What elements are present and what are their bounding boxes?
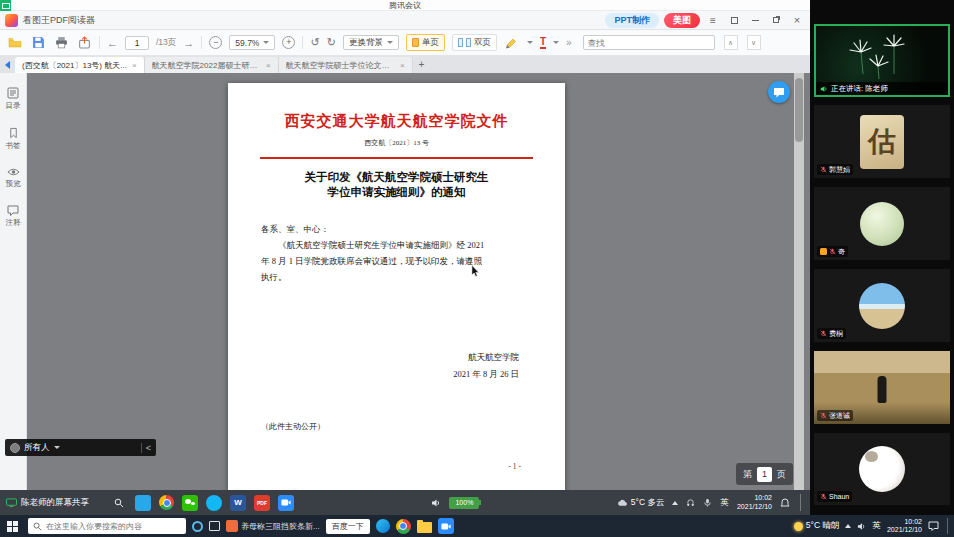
taskbar-search-icon[interactable] [111, 495, 127, 511]
sidebar-item-annotation[interactable]: 注释 [6, 205, 21, 228]
sidebar-item-preview[interactable]: 预览 [6, 167, 21, 189]
meeting-app-icon[interactable] [278, 495, 294, 511]
action-center-icon[interactable] [928, 521, 939, 531]
participant-tile[interactable]: 费桐 [814, 269, 950, 342]
speaker-icon[interactable] [857, 522, 866, 531]
sidebar-item-toc[interactable]: 目录 [6, 87, 21, 111]
document-number: 西交航〔2021〕13 号 [228, 138, 565, 148]
zoom-level-select[interactable]: 59.7% [229, 35, 275, 50]
zoom-out-button[interactable]: − [209, 36, 222, 49]
meitu-button[interactable]: 美图 [664, 13, 700, 28]
windows-search-box[interactable] [28, 518, 186, 534]
participant-tile[interactable]: 奇 [814, 187, 950, 260]
close-icon[interactable]: × [789, 12, 805, 28]
hand-raised-icon [820, 248, 827, 255]
headset-icon[interactable] [686, 498, 695, 507]
chevron-down-icon[interactable] [527, 41, 533, 44]
tab-document-1[interactable]: (西交航〔2021〕13号) 航天... × [15, 57, 145, 73]
new-tab-button[interactable]: + [419, 59, 425, 70]
collapse-bar-button[interactable]: < [146, 443, 151, 453]
ime-indicator[interactable]: 英 [720, 497, 729, 509]
change-background-button[interactable]: 更换背景 [343, 35, 399, 50]
show-desktop-button[interactable] [800, 494, 804, 512]
tray-expand-icon[interactable] [845, 524, 851, 528]
chevron-down-icon[interactable] [54, 446, 60, 449]
cortana-icon[interactable] [192, 521, 203, 532]
clock[interactable]: 10:02 2021/12/10 [737, 494, 772, 511]
document-body: 各系、室、中心： 《航天航空学院硕士研究生学位申请实施细则》经 2021 年 8… [228, 221, 565, 285]
participant-tile-speaking[interactable]: 正在讲话: 陈老师 [814, 24, 950, 97]
open-file-icon[interactable] [7, 35, 23, 51]
danmaku-audience-bar[interactable]: 所有人 < [5, 439, 156, 456]
print-icon[interactable] [53, 35, 69, 51]
participant-tile[interactable]: 估 郭慧娟 [814, 105, 950, 178]
browser-app-icon[interactable] [376, 519, 390, 533]
chrome-app-icon[interactable] [159, 495, 174, 510]
zoom-in-button[interactable]: + [282, 36, 295, 49]
qq-app-icon[interactable] [206, 495, 222, 511]
scrollbar-thumb[interactable] [795, 78, 803, 142]
single-page-button[interactable]: 单页 [406, 34, 445, 51]
speaker-icon[interactable] [431, 498, 441, 508]
tab-close-icon[interactable]: × [132, 61, 137, 70]
meeting-window-title: 腾讯会议 [389, 0, 421, 11]
page-number-input[interactable] [125, 36, 149, 50]
feedback-button[interactable] [768, 81, 790, 103]
start-button[interactable] [7, 521, 18, 532]
tab-document-3[interactable]: 航天航空学院硕士学位论文起草格... × [279, 57, 413, 73]
show-desktop-button[interactable] [947, 518, 951, 533]
ime-indicator[interactable]: 英 [872, 520, 881, 532]
next-page-button[interactable]: → [183, 37, 194, 49]
screen-share-status[interactable]: 陈老师的屏幕共享 [6, 497, 89, 509]
word-app-icon[interactable]: W [230, 495, 246, 511]
sidebar-item-bookmark[interactable]: 书签 [6, 127, 21, 151]
baidu-search-button[interactable]: 百度一下 [326, 519, 370, 534]
search-box[interactable] [583, 35, 715, 50]
current-page-box[interactable]: 1 [757, 467, 772, 482]
weather-widget[interactable]: 5°C 多云 [617, 497, 665, 509]
save-icon[interactable] [30, 35, 46, 51]
menu-icon[interactable]: ≡ [705, 12, 721, 28]
file-explorer-icon[interactable] [417, 522, 432, 533]
double-page-button[interactable]: 双页 [452, 34, 497, 51]
search-input[interactable] [588, 38, 710, 48]
rotate-left-button[interactable]: ↺ [310, 36, 319, 49]
mouse-cursor [471, 265, 480, 278]
fullscreen-icon[interactable] [726, 12, 742, 28]
notification-icon[interactable] [780, 498, 790, 508]
restore-icon[interactable] [768, 12, 784, 28]
wechat-app-icon[interactable] [182, 495, 198, 511]
clock[interactable]: 10:02 2021/12/10 [887, 518, 922, 535]
screen-share-indicator-icon[interactable] [0, 0, 11, 11]
rotate-right-button[interactable]: ↻ [327, 36, 336, 49]
task-view-icon[interactable] [209, 521, 220, 531]
windows-search-input[interactable] [46, 522, 181, 531]
tab-close-icon[interactable]: × [266, 61, 271, 70]
prev-page-button[interactable]: ← [107, 37, 118, 49]
mic-icon[interactable] [703, 498, 712, 507]
find-next-button[interactable]: ∨ [747, 35, 761, 50]
tab-close-icon[interactable]: × [400, 61, 405, 70]
more-tools-button[interactable]: » [566, 37, 572, 48]
chrome-app-icon[interactable] [396, 519, 411, 534]
document-viewer[interactable]: 西安交通大学航天航空学院文件 西交航〔2021〕13 号 关于印发《航天航空学院… [27, 73, 810, 490]
scrollbar[interactable] [794, 73, 804, 490]
highlighter-icon[interactable] [504, 35, 520, 51]
news-widget[interactable]: 养母称三阻挡胶条新... [226, 520, 320, 532]
text-color-tool[interactable]: T [540, 37, 546, 49]
tab-scroll-left-icon[interactable] [5, 61, 10, 69]
pdf-app-icon[interactable]: PDF [254, 495, 270, 511]
tray-expand-icon[interactable] [672, 501, 678, 505]
video-cat-avatar [859, 446, 905, 492]
ppt-make-button[interactable]: PPT制作 [605, 13, 659, 28]
chevron-down-icon[interactable] [553, 41, 559, 44]
find-previous-button[interactable]: ∧ [724, 35, 738, 50]
meeting-app-icon[interactable] [438, 518, 454, 534]
participant-tile[interactable]: 张道诚 [814, 351, 950, 424]
weather-widget[interactable]: 5°C 晴朗 [794, 520, 840, 532]
tim-app-icon[interactable] [135, 495, 151, 511]
export-icon[interactable] [76, 35, 92, 51]
tab-document-2[interactable]: 航天航空学院2022届硕士研究生... × [145, 57, 279, 73]
participant-tile[interactable]: Shaun [814, 433, 950, 505]
minimize-icon[interactable] [747, 12, 763, 28]
